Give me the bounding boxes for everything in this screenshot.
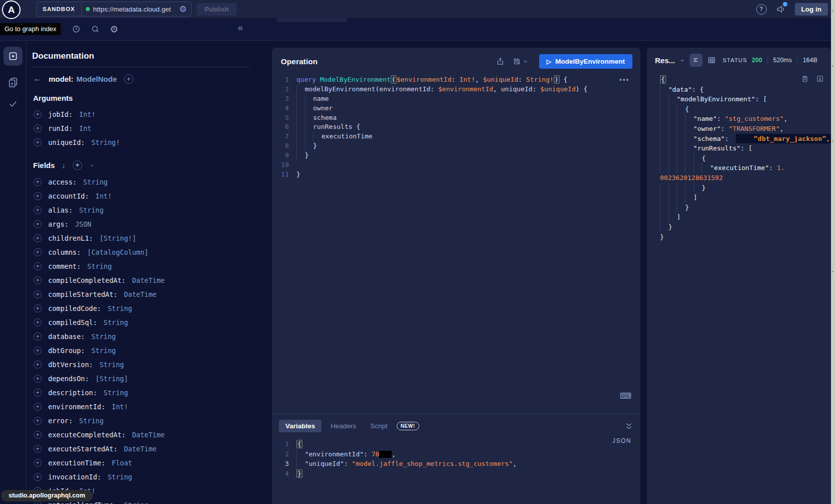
field-type[interactable]: Int! <box>112 403 128 411</box>
field-row[interactable]: +environmentId:Int! <box>32 400 250 414</box>
code-line[interactable]: 2modelByEnvironment(environmentId: $envi… <box>272 85 640 94</box>
sort-arrow-icon[interactable]: ↓ <box>62 161 66 170</box>
code-line[interactable]: 11} <box>272 170 640 180</box>
argument-row[interactable]: +uniqueId:String! <box>32 135 250 149</box>
field-type[interactable]: String! <box>91 138 120 146</box>
tab-script[interactable]: Script <box>365 420 393 432</box>
code-line[interactable]: } <box>660 222 831 232</box>
field-type[interactable]: Float <box>112 459 132 467</box>
field-row[interactable]: +error:String <box>32 414 250 428</box>
back-arrow-icon[interactable]: ← <box>33 74 42 84</box>
window-scrollbar[interactable] <box>831 0 835 504</box>
add-to-query-icon[interactable]: + <box>34 178 42 186</box>
add-to-query-icon[interactable]: + <box>34 473 42 481</box>
add-to-query-icon[interactable]: + <box>34 206 42 214</box>
field-type[interactable]: String <box>108 304 132 312</box>
add-to-query-icon[interactable]: + <box>34 248 42 256</box>
code-line[interactable]: } <box>660 232 831 242</box>
schema-nav-button[interactable]: ± <box>8 77 19 88</box>
code-line[interactable]: 4} <box>272 469 640 479</box>
field-type[interactable]: String <box>91 347 116 355</box>
field-type[interactable]: Int! <box>95 192 112 200</box>
add-to-query-icon[interactable]: + <box>34 347 42 355</box>
field-row[interactable]: +compiledSql:String <box>32 315 250 329</box>
field-type[interactable]: DateTime <box>124 445 156 453</box>
field-type[interactable]: DateTime <box>124 290 156 298</box>
code-line[interactable]: "executionTime": 1. <box>660 163 831 173</box>
add-to-query-icon[interactable]: + <box>34 445 42 453</box>
argument-row[interactable]: +jobId:Int! <box>32 107 250 121</box>
connection-settings-gear-icon[interactable]: ⚙ <box>179 5 187 14</box>
code-line[interactable]: ] <box>660 193 831 203</box>
add-to-query-icon[interactable]: + <box>34 332 42 341</box>
tab-headers[interactable]: Headers <box>325 420 361 432</box>
save-icon[interactable] <box>513 57 521 66</box>
field-type[interactable]: String <box>104 318 128 326</box>
field-type[interactable]: String <box>91 332 116 341</box>
variables-code[interactable]: 1{2"environmentId": 78,3"uniqueId": "mod… <box>272 435 640 478</box>
add-to-query-icon[interactable]: + <box>34 220 42 228</box>
add-to-query-icon[interactable]: + <box>34 318 42 326</box>
code-line[interactable]: "name": "stg_customers", <box>660 114 831 124</box>
field-row[interactable]: +access:String <box>32 175 250 189</box>
history-icon[interactable] <box>72 25 81 34</box>
add-to-query-icon[interactable]: + <box>34 403 42 411</box>
download-response-icon[interactable] <box>816 75 824 83</box>
code-line[interactable]: { <box>660 104 831 114</box>
field-type[interactable]: String <box>83 178 108 186</box>
code-line[interactable]: { <box>660 153 831 163</box>
share-icon[interactable] <box>496 57 505 66</box>
code-line[interactable]: 1query ModelByEnvironment($environmentId… <box>272 75 640 85</box>
add-to-query-icon[interactable]: + <box>34 192 42 200</box>
save-chevron-icon[interactable] <box>523 59 528 64</box>
apollo-logo[interactable]: A <box>2 1 21 19</box>
field-row[interactable]: +args:JSON <box>32 217 250 231</box>
operation-menu-icon[interactable]: ••• <box>619 76 629 83</box>
code-line[interactable]: 9} <box>272 151 640 160</box>
code-line[interactable]: "owner": "TRANSFORMER", <box>660 124 831 134</box>
publish-button[interactable]: Publish <box>197 3 237 16</box>
code-line[interactable]: ] <box>660 212 831 222</box>
argument-row[interactable]: +runId:Int <box>32 121 250 135</box>
field-type[interactable]: String <box>79 417 104 425</box>
endpoint-url-input[interactable]: https://metadata.cloud.get ⚙ <box>82 5 191 14</box>
field-type[interactable]: String <box>124 501 148 504</box>
field-type[interactable]: String <box>108 473 132 481</box>
field-row[interactable]: +compileStartedAt:DateTime <box>32 287 250 301</box>
collapse-variables-icon[interactable] <box>625 423 632 430</box>
code-line[interactable]: } <box>660 183 831 193</box>
field-row[interactable]: +dependsOn:[String] <box>32 372 250 386</box>
code-line[interactable]: 5schema <box>272 113 640 123</box>
field-type[interactable]: String <box>87 262 112 270</box>
code-line[interactable]: 7executionTime <box>272 132 640 141</box>
field-type[interactable]: String <box>99 361 124 369</box>
keyboard-shortcuts-icon[interactable]: ⌨ <box>620 391 631 401</box>
code-line[interactable]: "schema": “dbt_mary_jackson”, <box>660 134 831 144</box>
search-icon[interactable] <box>91 25 100 34</box>
code-line[interactable]: 0023620128631592 <box>660 173 831 183</box>
add-to-query-icon[interactable]: + <box>34 262 42 270</box>
field-type[interactable]: JSON <box>75 220 92 228</box>
field-row[interactable]: +accountId:Int! <box>32 189 250 203</box>
login-button[interactable]: Log in <box>795 3 828 16</box>
add-to-query-icon[interactable]: + <box>34 110 42 118</box>
explorer-nav-button[interactable] <box>4 47 23 66</box>
code-line[interactable]: 3name <box>272 94 640 104</box>
field-type[interactable]: [String] <box>95 375 128 383</box>
tab-variables[interactable]: Variables <box>279 420 321 432</box>
field-type[interactable]: [CatalogColumn] <box>87 248 148 256</box>
help-icon[interactable]: ? <box>756 4 767 15</box>
field-type[interactable]: DateTime <box>132 276 164 284</box>
field-row[interactable]: +description:String <box>32 386 250 400</box>
response-code[interactable]: {"data": {"modelByEnvironment": [{"name"… <box>647 71 831 242</box>
code-line[interactable]: "data": { <box>660 85 831 95</box>
field-row[interactable]: +dbtGroup:String <box>32 344 250 358</box>
field-row[interactable]: +database:String <box>32 329 250 344</box>
field-type[interactable]: String <box>104 389 128 397</box>
field-type[interactable]: Int! <box>79 110 96 118</box>
add-to-query-icon[interactable]: + <box>34 234 42 242</box>
add-field-icon[interactable]: + <box>124 74 133 84</box>
copy-response-icon[interactable] <box>801 75 809 83</box>
field-type[interactable]: String <box>79 206 104 214</box>
field-row[interactable]: +columns:[CatalogColumn] <box>32 245 250 259</box>
